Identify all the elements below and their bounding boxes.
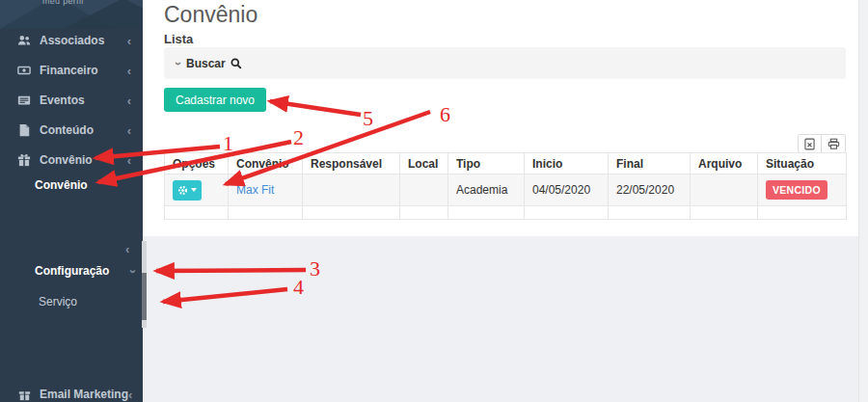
sidebar: meu perfil Associados ‹ Financeiro ‹ — [0, 0, 143, 402]
col-header-tipo: Tipo — [448, 153, 525, 174]
sidebar-item-label: Email Marketing — [40, 388, 128, 401]
file-icon — [17, 123, 31, 137]
excel-file-icon — [804, 138, 815, 150]
cell-inicio: 04/05/2020 — [525, 174, 609, 206]
cell-situacao: VENCIDO — [758, 174, 847, 206]
status-badge: VENCIDO — [766, 180, 827, 200]
sidebar-item-label: Eventos — [40, 94, 127, 107]
cell-tipo: Academia — [448, 174, 525, 206]
page-background — [143, 236, 858, 402]
table-empty-row — [165, 206, 847, 220]
sidebar-item-convenio[interactable]: Convênio ‹ — [0, 147, 143, 174]
profile-label: meu perfil — [42, 0, 84, 6]
cell-responsavel — [303, 174, 400, 206]
chevron-left-icon: ‹ — [125, 243, 129, 255]
sidebar-item-configuracao[interactable]: Configuração ‹ — [0, 261, 143, 281]
gift-icon — [17, 153, 31, 167]
search-collapse-header[interactable]: ‹ Buscar — [164, 47, 846, 79]
users-icon — [17, 34, 31, 47]
subitem-label: Serviço — [39, 295, 77, 308]
sidebar-item-email-marketing[interactable]: Email Marketing ‹ — [0, 384, 143, 402]
col-header-inicio: Inicio — [525, 153, 609, 174]
profile-header: meu perfil — [0, 0, 143, 29]
sidebar-subitem-convenio[interactable]: Convênio — [0, 174, 143, 196]
chevron-left-icon: ‹ — [127, 35, 131, 47]
convenio-table: Opções Convênio Responsável Local Tipo I… — [164, 152, 847, 220]
page-title: Convênio — [164, 2, 258, 28]
chevron-down-icon: ‹ — [124, 269, 137, 273]
subitem-label: Configuração — [35, 264, 129, 278]
gift-icon — [17, 388, 31, 401]
chevron-left-icon: ‹ — [127, 154, 131, 167]
sidebar-item-label: Associados — [40, 34, 127, 47]
sidebar-item-conteudo[interactable]: Conteúdo ‹ — [0, 117, 143, 144]
col-header-arquivo: Arquivo — [691, 153, 758, 174]
row-options-dropdown-button[interactable] — [173, 180, 202, 201]
cell-convenio: Max Fit — [229, 174, 303, 206]
cell-opcoes — [165, 174, 229, 206]
money-icon — [17, 64, 31, 77]
col-header-situacao: Situação — [758, 153, 847, 174]
col-header-responsavel: Responsável — [303, 153, 400, 174]
sidebar-item-label: Conteúdo — [40, 123, 127, 137]
subitem-label: Convênio — [35, 178, 88, 192]
chevron-left-icon: ‹ — [127, 65, 131, 77]
annotation-number-2: 2 — [293, 125, 304, 150]
search-icon — [231, 58, 242, 69]
col-header-local: Local — [400, 153, 448, 174]
convenio-link[interactable]: Max Fit — [236, 183, 274, 197]
gear-icon — [177, 185, 188, 196]
sidebar-item-financeiro[interactable]: Financeiro ‹ — [0, 57, 143, 84]
search-label: Buscar — [186, 57, 226, 70]
cadastrar-novo-button[interactable]: Cadastrar novo — [164, 88, 266, 112]
sidebar-subitem-servico[interactable]: Serviço — [0, 292, 143, 311]
annotation-number-5: 5 — [363, 106, 373, 131]
browser-scrollbar[interactable] — [858, 0, 868, 402]
col-header-opcoes: Opções — [165, 153, 229, 174]
sidebar-item-eventos[interactable]: Eventos ‹ — [0, 87, 143, 114]
table-export-toolbar — [798, 134, 846, 153]
sidebar-item-collapsed[interactable]: ‹ — [0, 241, 143, 256]
col-header-convenio: Convênio — [229, 153, 303, 174]
caret-down-icon — [191, 188, 197, 192]
sidebar-item-label: Financeiro — [40, 64, 127, 77]
sidebar-scrollbar-thumb[interactable] — [142, 273, 147, 320]
sidebar-item-associados[interactable]: Associados ‹ — [0, 27, 143, 54]
cell-local — [400, 174, 448, 206]
chevron-left-icon: ‹ — [128, 389, 132, 401]
list-icon — [17, 94, 31, 107]
chevron-left-icon: ‹ — [127, 124, 131, 137]
table-header-row: Opções Convênio Responsável Local Tipo I… — [165, 153, 847, 174]
table-row: Max Fit Academia 04/05/2020 22/05/2020 V… — [165, 174, 847, 206]
cell-final: 22/05/2020 — [609, 174, 691, 206]
printer-icon — [827, 138, 840, 150]
col-header-final: Final — [609, 153, 691, 174]
chevron-down-icon: ‹ — [172, 62, 183, 66]
annotation-number-6: 6 — [440, 102, 450, 127]
chevron-left-icon: ‹ — [127, 94, 131, 107]
cell-arquivo — [691, 174, 758, 206]
page-subtitle: Lista — [164, 32, 193, 46]
sidebar-item-label: Convênio — [40, 153, 127, 167]
print-button[interactable] — [822, 134, 846, 153]
export-excel-button[interactable] — [798, 134, 822, 153]
annotation-arrow-5 — [270, 101, 361, 115]
sidebar-scrollbar-track[interactable] — [142, 241, 147, 328]
